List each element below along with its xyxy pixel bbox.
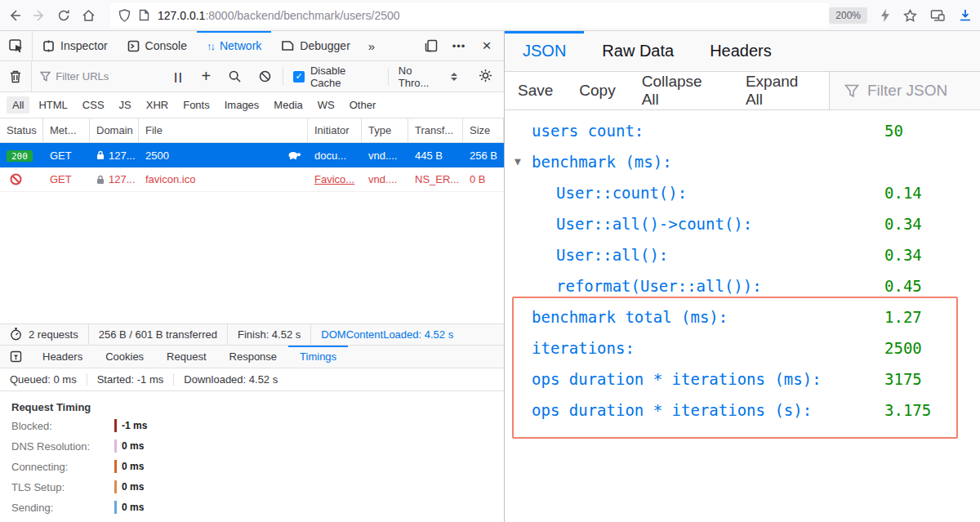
- summary-transferred: 256 B / 601 B transferred: [89, 324, 228, 345]
- download-icon[interactable]: [959, 9, 972, 22]
- request-type: vnd....: [362, 173, 408, 185]
- request-size: 256 B: [463, 149, 504, 162]
- request-row-blocked[interactable]: GET 127... favicon.ico Favico... vnd....…: [0, 167, 504, 192]
- json-row[interactable]: iterations: 2500: [505, 332, 980, 364]
- request-timing-section: Request Timing Blocked: -1 ms DNS Resolu…: [0, 391, 504, 522]
- json-row[interactable]: ops duration * iterations (s): 3.175: [505, 395, 980, 426]
- json-row[interactable]: User::all()->count(): 0.34: [505, 208, 980, 239]
- devices-icon[interactable]: [930, 9, 946, 22]
- timing-label: Connecting:: [11, 461, 68, 473]
- network-settings-button[interactable]: [467, 69, 504, 85]
- tab-json-headers[interactable]: Headers: [692, 31, 790, 71]
- disable-cache-checkbox[interactable]: ✓: [293, 71, 305, 83]
- json-row[interactable]: reformat(User::all()): 0.45: [505, 270, 980, 301]
- tab-debugger[interactable]: Debugger: [271, 31, 360, 60]
- tab-raw-data[interactable]: Raw Data: [584, 31, 692, 71]
- tab-console[interactable]: Console: [118, 31, 197, 60]
- filter-ws[interactable]: WS: [312, 96, 341, 114]
- filter-media[interactable]: Media: [268, 96, 308, 114]
- lightning-icon[interactable]: [880, 9, 890, 22]
- search-icon[interactable]: [229, 70, 241, 83]
- filter-urls-box[interactable]: [32, 70, 163, 83]
- tab-network[interactable]: ↑↓ Network: [197, 31, 271, 60]
- responsive-design-icon[interactable]: [419, 39, 443, 52]
- tab-cookies[interactable]: Cookies: [94, 346, 155, 368]
- json-value: 3175: [884, 364, 922, 395]
- forward-icon[interactable]: [33, 9, 46, 22]
- expand-all-button[interactable]: Expand All: [733, 72, 829, 109]
- tab-headers[interactable]: Headers: [31, 346, 94, 368]
- tab-timings[interactable]: Timings: [288, 346, 348, 368]
- block-request-icon[interactable]: [259, 70, 271, 83]
- new-request-button[interactable]: +: [202, 67, 212, 86]
- json-row[interactable]: User::count(): 0.14: [505, 177, 980, 208]
- zoom-level-badge[interactable]: 200%: [829, 7, 867, 24]
- home-icon[interactable]: [82, 9, 96, 22]
- timing-label: TLS Setup:: [11, 481, 65, 493]
- tab-inspector[interactable]: Inspector: [33, 31, 118, 60]
- col-domain[interactable]: Domain: [90, 118, 139, 142]
- url-text[interactable]: 127.0.0.1:8000/backend/benchmark/users/2…: [158, 9, 400, 22]
- filter-json-input[interactable]: [867, 82, 965, 100]
- summary-finish: Finish: 4.52 s: [228, 324, 311, 345]
- save-button[interactable]: Save: [505, 72, 566, 109]
- filter-all[interactable]: All: [7, 96, 29, 114]
- json-row[interactable]: ops duration * iterations (ms): 3175: [505, 364, 980, 395]
- filter-urls-input[interactable]: [56, 70, 145, 83]
- col-transferred[interactable]: Transf...: [408, 118, 463, 142]
- detail-panel-icon[interactable]: [0, 346, 31, 368]
- filter-images[interactable]: Images: [219, 96, 265, 114]
- request-table: Status Met... Domain File Initiator Type…: [0, 118, 504, 192]
- devtools-menu-button[interactable]: •••: [447, 40, 471, 52]
- json-row[interactable]: users count: 50: [505, 115, 980, 146]
- page-info-icon[interactable]: [139, 9, 149, 21]
- json-value: 50: [884, 115, 903, 146]
- json-key: User::all():: [556, 246, 668, 264]
- summary-requests[interactable]: 2 requests: [0, 324, 89, 345]
- json-row-expandable[interactable]: ▼ benchmark (ms):: [505, 146, 980, 177]
- element-picker-button[interactable]: [0, 31, 33, 60]
- devtools-pane: Inspector Console ↑↓ Network Debugger »: [0, 31, 505, 522]
- filter-html[interactable]: HTML: [33, 96, 73, 114]
- dropdown-caret-icon: [451, 73, 457, 81]
- json-row[interactable]: benchmark total (ms): 1.27: [505, 301, 980, 332]
- request-method: GET: [43, 173, 90, 185]
- collapse-triangle-icon[interactable]: ▼: [514, 146, 521, 177]
- clear-requests-button[interactable]: [0, 61, 32, 91]
- filter-xhr[interactable]: XHR: [140, 96, 174, 114]
- bookmark-star-icon[interactable]: [903, 9, 917, 22]
- col-status[interactable]: Status: [0, 118, 43, 142]
- disable-cache-toggle[interactable]: ✓ Disable Cache: [283, 65, 388, 89]
- json-key: users count:: [532, 122, 644, 140]
- tab-response[interactable]: Response: [218, 346, 289, 368]
- col-type[interactable]: Type: [362, 118, 408, 142]
- col-method[interactable]: Met...: [43, 118, 90, 142]
- tab-json[interactable]: JSON: [505, 31, 584, 71]
- filter-other[interactable]: Other: [344, 96, 382, 114]
- col-size[interactable]: Size: [463, 118, 504, 142]
- request-initiator-link[interactable]: Favico...: [314, 173, 354, 185]
- col-initiator[interactable]: Initiator: [308, 118, 362, 142]
- timing-label: Sending:: [11, 502, 53, 514]
- shield-icon[interactable]: [118, 9, 131, 22]
- filter-fonts[interactable]: Fonts: [177, 96, 216, 114]
- url-host: 127.0.0.1: [158, 9, 205, 22]
- collapse-all-button[interactable]: Collapse All: [629, 72, 733, 109]
- copy-button[interactable]: Copy: [566, 72, 628, 109]
- filter-js[interactable]: JS: [114, 96, 137, 114]
- json-row[interactable]: User::all(): 0.34: [505, 239, 980, 270]
- back-icon[interactable]: [8, 9, 21, 22]
- json-value: 0.14: [884, 177, 922, 208]
- col-file[interactable]: File: [139, 118, 308, 142]
- queue-info-bar: Queued: 0 ms Started: -1 ms Downloaded: …: [0, 368, 504, 391]
- filter-css[interactable]: CSS: [77, 96, 110, 114]
- more-tabs-chevron[interactable]: »: [360, 31, 383, 60]
- filter-json-box[interactable]: [829, 72, 980, 109]
- url-bar[interactable]: 127.0.0.1:8000/backend/benchmark/users/2…: [110, 3, 829, 28]
- tab-request[interactable]: Request: [155, 346, 217, 368]
- request-row-selected[interactable]: 200 GET 127... 2500 docu... vnd.... 445 …: [0, 143, 504, 167]
- devtools-close-button[interactable]: ×: [474, 37, 499, 55]
- reload-icon[interactable]: [57, 9, 70, 22]
- throttling-dropdown[interactable]: No Thro...: [389, 65, 467, 89]
- pause-traffic-button[interactable]: ||: [174, 70, 183, 83]
